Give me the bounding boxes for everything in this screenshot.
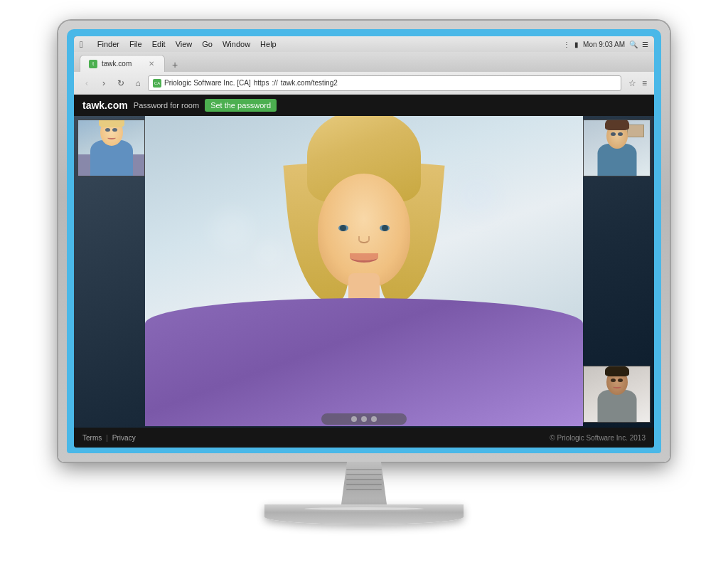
address-url: :// (272, 79, 277, 87)
forward-button[interactable]: › (97, 76, 111, 90)
tab-close-button[interactable]: ✕ (147, 60, 156, 68)
mouth (350, 251, 378, 263)
monitor-shell:  Finder File Edit View Go Window Help ⋮… (58, 21, 670, 462)
menu-file[interactable]: File (129, 40, 142, 48)
monitor-stand-neck (336, 462, 392, 504)
thumbnail-top-left[interactable] (77, 120, 145, 176)
address-ssl-org: Priologic Software Inc. [CA] (164, 79, 251, 87)
menu-finder[interactable]: Finder (97, 40, 119, 48)
screen:  Finder File Edit View Go Window Help ⋮… (74, 36, 654, 448)
chrome-menu-button[interactable]: ≡ (641, 77, 648, 90)
tab-bar: t tawk.com ✕ + (74, 52, 654, 72)
password-for-room-label: Password for room (134, 101, 199, 110)
video-bottombar: Terms | Privacy © Priologic Software Inc… (74, 428, 654, 448)
main-video-feed (145, 116, 583, 426)
stand-base-shine (304, 507, 424, 510)
stand-lines (346, 469, 382, 497)
site-logo: tawk.com (82, 100, 128, 111)
back-button[interactable]: ‹ (80, 76, 94, 90)
macos-menu-items: Finder File Edit View Go Window Help (97, 40, 277, 48)
stand-line-2 (346, 474, 382, 475)
thumbnail-person-2 (584, 120, 650, 176)
video-topbar: tawk.com Password for room Set the passw… (74, 95, 654, 116)
person-face (318, 174, 410, 287)
control-dot-3 (371, 416, 377, 422)
clock: Mon 9:03 AM (583, 41, 625, 48)
bokeh-1 (210, 209, 253, 252)
browser-toolbar: ‹ › ↻ ⌂ CA Priologic Software Inc. [CA] … (74, 72, 654, 95)
browser-actions: ☆ ≡ (627, 77, 648, 90)
address-bar[interactable]: CA Priologic Software Inc. [CA] https :/… (148, 75, 621, 91)
footer-divider: | (106, 434, 108, 442)
home-button[interactable]: ⌂ (131, 76, 145, 90)
ssl-icon: CA (153, 79, 161, 88)
tab-favicon: t (89, 60, 97, 68)
bookmark-button[interactable]: ☆ (627, 77, 638, 90)
wifi-icon: ⋮ (563, 41, 570, 48)
new-tab-button[interactable]: + (168, 58, 182, 72)
refresh-button[interactable]: ↻ (114, 76, 128, 90)
control-dot-2 (361, 416, 367, 422)
browser-window: t tawk.com ✕ + ‹ › ↻ ⌂ (74, 52, 654, 448)
wall-art (627, 125, 644, 137)
tp3-hair (605, 366, 629, 376)
thumbnail-person-1 (78, 120, 144, 176)
menu-help[interactable]: Help (260, 40, 277, 48)
thumbnail-top-right[interactable] (583, 120, 651, 176)
macos-right-area: ⋮ ▮ Mon 9:03 AM 🔍 ☰ (563, 41, 648, 48)
spotlight-icon[interactable]: 🔍 (629, 41, 638, 48)
tp1-hair (99, 120, 124, 127)
apple-icon:  (80, 39, 83, 50)
tab-title: tawk.com (102, 60, 132, 68)
person-shirt (145, 298, 583, 426)
tp2-hair (605, 120, 629, 130)
footer-copyright: © Priologic Software Inc. 2013 (550, 434, 646, 442)
nose (358, 236, 370, 243)
monitor-wrapper:  Finder File Edit View Go Window Help ⋮… (58, 21, 670, 561)
monitor-bezel:  Finder File Edit View Go Window Help ⋮… (67, 29, 661, 453)
control-dot-1 (351, 416, 357, 422)
menu-go[interactable]: Go (202, 40, 213, 48)
stand-line-4 (346, 484, 382, 485)
notification-icon[interactable]: ☰ (642, 41, 648, 48)
battery-icon: ▮ (574, 41, 579, 48)
footer-terms[interactable]: Terms (82, 434, 102, 442)
stand-line-3 (346, 479, 382, 480)
bokeh-3 (460, 178, 496, 213)
eye-left (338, 225, 348, 231)
browser-tab-active[interactable]: t tawk.com ✕ (80, 55, 165, 72)
macos-menubar:  Finder File Edit View Go Window Help ⋮… (74, 36, 654, 52)
monitor-stand-base (264, 504, 464, 524)
stand-line-1 (346, 469, 382, 470)
footer-privacy[interactable]: Privacy (112, 434, 136, 442)
thumbnail-person-3 (584, 366, 650, 422)
controls-bar (321, 413, 407, 425)
menu-edit[interactable]: Edit (152, 40, 166, 48)
thumbnail-bottom-right[interactable] (583, 366, 651, 423)
menu-window[interactable]: Window (223, 40, 250, 48)
eye-right (380, 225, 390, 231)
set-password-button[interactable]: Set the password (205, 99, 277, 112)
address-https: https (254, 79, 269, 87)
video-content: tawk.com Password for room Set the passw… (74, 95, 654, 448)
menu-view[interactable]: View (176, 40, 193, 48)
footer-left: Terms | Privacy (82, 434, 136, 442)
stand-line-5 (346, 489, 382, 490)
address-domain: tawk.com/testing2 (281, 79, 338, 87)
